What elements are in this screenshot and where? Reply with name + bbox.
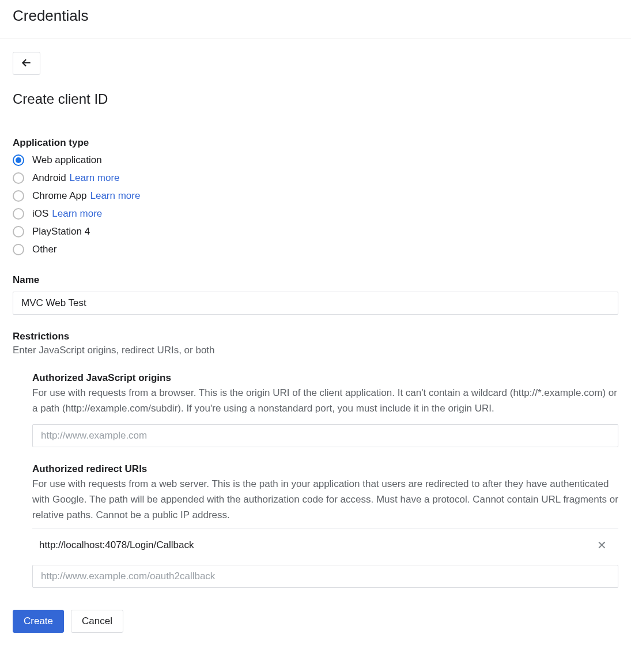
application-type-label: Application type (13, 137, 618, 149)
name-input[interactable] (13, 292, 618, 315)
radio-icon (13, 208, 24, 220)
restrictions-help: Enter JavaScript origins, redirect URIs,… (13, 345, 618, 356)
radio-label: PlayStation 4 (32, 224, 90, 239)
js-origins-section: Authorized JavaScript origins For use wi… (13, 372, 618, 447)
name-label: Name (13, 274, 618, 286)
js-origins-heading: Authorized JavaScript origins (32, 372, 618, 384)
radio-other[interactable]: Other (13, 240, 618, 258)
radio-icon (13, 154, 24, 166)
radio-android[interactable]: Android Learn more (13, 169, 618, 187)
js-origins-help: For use with requests from a browser. Th… (32, 385, 618, 416)
radio-icon (13, 190, 24, 202)
radio-label: Android (32, 170, 66, 186)
redirect-uris-help: For use with requests from a web server.… (32, 476, 618, 523)
application-type-group: Application type Web application Android… (13, 137, 618, 258)
redirect-uri-value: http://localhost:4078/Login/Callback (39, 539, 194, 551)
radio-icon (13, 244, 24, 255)
radio-label: Other (32, 241, 57, 257)
cancel-button[interactable]: Cancel (71, 610, 123, 633)
learn-more-link[interactable]: Learn more (52, 206, 102, 221)
radio-icon (13, 172, 24, 184)
radio-ios[interactable]: iOS Learn more (13, 205, 618, 222)
learn-more-link[interactable]: Learn more (90, 188, 141, 203)
redirect-uri-input[interactable] (32, 565, 618, 588)
back-button[interactable] (13, 52, 40, 75)
radio-web-application[interactable]: Web application (13, 151, 618, 169)
back-arrow-icon (21, 57, 32, 70)
radio-label: iOS (32, 206, 48, 221)
page-title: Credentials (13, 7, 618, 25)
page-subtitle: Create client ID (13, 91, 618, 107)
name-group: Name (13, 274, 618, 315)
create-button[interactable]: Create (13, 610, 64, 633)
learn-more-link[interactable]: Learn more (70, 170, 120, 186)
restrictions-label: Restrictions (13, 331, 618, 342)
radio-label: Chrome App (32, 188, 87, 203)
redirect-uris-section: Authorized redirect URIs For use with re… (13, 463, 618, 588)
action-bar: Create Cancel (13, 610, 618, 633)
remove-uri-icon[interactable]: ✕ (592, 536, 611, 554)
redirect-uri-row: http://localhost:4078/Login/Callback ✕ (32, 529, 618, 561)
radio-playstation-4[interactable]: PlayStation 4 (13, 222, 618, 240)
radio-icon (13, 226, 24, 237)
page-content: Create client ID Application type Web ap… (0, 39, 631, 645)
js-origins-input[interactable] (32, 424, 618, 447)
radio-label: Web application (32, 152, 102, 168)
restrictions-group: Restrictions Enter JavaScript origins, r… (13, 331, 618, 356)
redirect-uris-heading: Authorized redirect URIs (32, 463, 618, 475)
page-header: Credentials (0, 0, 631, 39)
radio-chrome-app[interactable]: Chrome App Learn more (13, 187, 618, 205)
